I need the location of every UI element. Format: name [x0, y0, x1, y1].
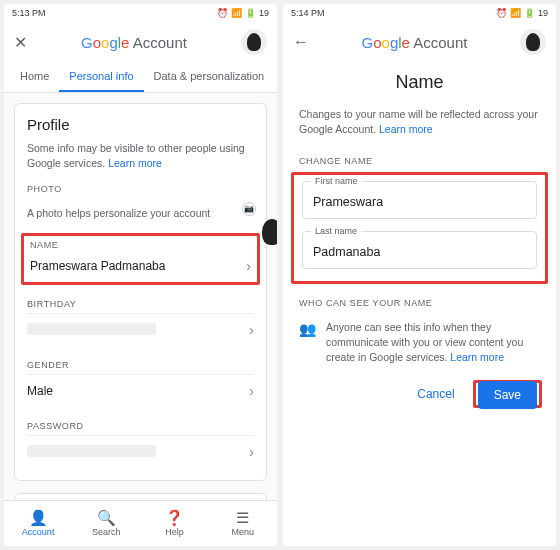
visibility-row: 👥 Anyone can see this info when they com… [283, 314, 556, 380]
profile-card: Profile Some info may be visible to othe… [14, 103, 267, 481]
status-time: 5:13 PM [12, 8, 46, 18]
gender-row[interactable]: Male › [27, 374, 254, 407]
account-icon: 👤 [29, 510, 48, 525]
first-name-label: First name [311, 176, 362, 186]
camera-icon: 📷 [242, 202, 256, 216]
birthday-label: BIRTHDAY [27, 299, 254, 309]
wifi-icon: 📶 [231, 8, 242, 18]
chevron-right-icon: › [249, 383, 254, 399]
wifi-icon: 📶 [510, 8, 521, 18]
status-time: 5:14 PM [291, 8, 325, 18]
nav-menu[interactable]: ☰ Menu [209, 501, 277, 546]
search-icon: 🔍 [97, 510, 116, 525]
visibility-text: Anyone can see this info when they commu… [326, 320, 540, 364]
photo-label: PHOTO [27, 184, 254, 194]
cancel-button[interactable]: Cancel [409, 381, 462, 407]
birthday-value-redacted [27, 323, 156, 335]
battery-icon: 🔋 [245, 8, 256, 18]
tab-personal-info[interactable]: Personal info [59, 62, 143, 92]
people-icon: 👥 [299, 320, 316, 364]
highlight-save: Save [473, 380, 542, 408]
button-row: Cancel Save [283, 380, 556, 422]
gender-label: GENDER [27, 360, 254, 370]
chevron-right-icon: › [246, 258, 251, 274]
back-icon[interactable]: ← [293, 33, 309, 51]
gender-value: Male [27, 384, 241, 398]
alarm-icon: ⏰ [496, 8, 507, 18]
page-title: Name [283, 62, 556, 107]
learn-more-link[interactable]: Learn more [379, 123, 433, 135]
last-name-value: Padmanaba [313, 245, 380, 259]
page-description: Changes to your name will be reflected a… [283, 107, 556, 150]
profile-subtext: Some info may be visible to other people… [27, 141, 254, 170]
status-bar: 5:13 PM ⏰ 📶 🔋 19 [4, 4, 277, 22]
chevron-right-icon: › [249, 444, 254, 460]
first-name-value: Prameswara [313, 195, 383, 209]
password-label: PASSWORD [27, 421, 254, 431]
battery-icon: 🔋 [524, 8, 535, 18]
status-icons: ⏰ 📶 🔋 19 [217, 8, 269, 18]
learn-more-link[interactable]: Learn more [108, 157, 162, 169]
birthday-row[interactable]: › [27, 313, 254, 346]
status-bar: 5:14 PM ⏰ 📶 🔋 19 [283, 4, 556, 22]
tab-home[interactable]: Home [10, 62, 59, 92]
name-value: Prameswara Padmanaba [30, 259, 238, 273]
app-title: Google Account [37, 34, 231, 51]
screenshot-right: 5:14 PM ⏰ 📶 🔋 19 ← Google Account Name C… [283, 4, 556, 546]
learn-more-link[interactable]: Learn more [450, 351, 504, 363]
profile-heading: Profile [27, 116, 254, 133]
photo-row[interactable]: A photo helps personalize your account 📷 [27, 198, 254, 229]
name-row[interactable]: Prameswara Padmanaba › [30, 254, 251, 278]
alarm-icon: ⏰ [217, 8, 228, 18]
contact-card: Contact info [14, 493, 267, 500]
app-bar: ← Google Account [283, 22, 556, 62]
change-name-label: CHANGE NAME [283, 150, 556, 172]
who-can-see-label: WHO CAN SEE YOUR NAME [283, 292, 556, 314]
password-row[interactable]: › [27, 435, 254, 468]
last-name-field[interactable]: Last name Padmanaba [302, 231, 537, 269]
first-name-field[interactable]: First name Prameswara [302, 181, 537, 219]
close-icon[interactable]: ✕ [14, 33, 27, 52]
last-name-label: Last name [311, 226, 361, 236]
nav-account[interactable]: 👤 Account [4, 501, 72, 546]
tab-data-personalization[interactable]: Data & personalization [144, 62, 275, 92]
chevron-right-icon: › [249, 322, 254, 338]
screenshot-left: 5:13 PM ⏰ 📶 🔋 19 ✕ Google Account Home P… [4, 4, 277, 546]
content[interactable]: Profile Some info may be visible to othe… [4, 93, 277, 500]
menu-icon: ☰ [236, 510, 249, 525]
avatar[interactable] [520, 29, 546, 55]
content[interactable]: Name Changes to your name will be reflec… [283, 62, 556, 546]
save-button[interactable]: Save [478, 381, 537, 409]
highlight-name: NAME Prameswara Padmanaba › [21, 233, 260, 285]
nav-search[interactable]: 🔍 Search [72, 501, 140, 546]
help-icon: ❓ [165, 510, 184, 525]
status-icons: ⏰ 📶 🔋 19 [496, 8, 548, 18]
photo-desc: A photo helps personalize your account [27, 206, 246, 221]
battery-level: 19 [259, 8, 269, 18]
app-title: Google Account [319, 34, 510, 51]
highlight-name-fields: First name Prameswara Last name Padmanab… [291, 172, 548, 284]
password-value-redacted [27, 445, 156, 457]
name-label: NAME [30, 240, 251, 250]
tabs: Home Personal info Data & personalizatio… [4, 62, 277, 93]
nav-help[interactable]: ❓ Help [141, 501, 209, 546]
bottom-nav: 👤 Account 🔍 Search ❓ Help ☰ Menu [4, 500, 277, 546]
app-bar: ✕ Google Account [4, 22, 277, 62]
battery-level: 19 [538, 8, 548, 18]
avatar[interactable] [241, 29, 267, 55]
